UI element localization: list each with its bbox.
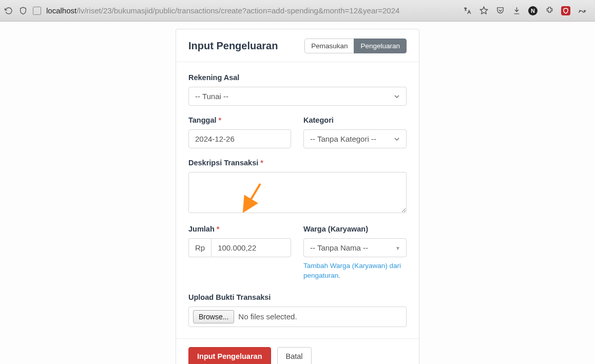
reload-icon[interactable] [4,6,13,15]
page-icon [33,7,41,15]
translate-icon[interactable] [463,6,472,15]
amount-input[interactable] [211,238,291,257]
svg-point-2 [584,10,585,11]
partner-help-link[interactable]: Tambah Warga (Karyawan) dari pengaturan. [303,261,407,281]
pocket-icon[interactable] [495,6,505,15]
star-icon[interactable] [479,6,488,15]
card-footer: Input Pengeluaran Batal [176,338,419,364]
amount-label: Jumlah * [188,225,291,233]
description-textarea[interactable] [188,172,407,213]
card-body: Rekening Asal -- Tunai -- Tanggal * Kate… [176,62,419,338]
extension-n-icon[interactable]: N [528,6,538,15]
download-icon[interactable] [512,6,521,15]
file-status-text: No files selected. [238,312,297,321]
description-label: Deskripsi Transaksi * [188,159,407,167]
cancel-button[interactable]: Batal [277,347,312,364]
file-input-wrapper[interactable]: Browse... No files selected. [188,306,407,327]
partner-combobox[interactable]: -- Tanpa Nama -- ▼ [303,238,407,257]
url-path: /lv/riset/23/bukumasjid/public/transacti… [76,6,399,15]
caret-down-icon: ▼ [395,245,400,251]
card-title: Input Pengeluaran [188,40,278,52]
extensions-icon[interactable] [545,6,554,15]
transaction-form-card: Input Pengeluaran Pemasukan Pengeluaran … [176,29,419,364]
account-select[interactable]: -- Tunai -- [188,87,407,106]
tab-spending[interactable]: Pengeluaran [354,39,407,53]
date-input[interactable] [188,129,291,148]
type-toggle-group: Pemasukan Pengeluaran [304,39,407,53]
theme-icon[interactable] [578,6,587,15]
shield-icon[interactable] [18,6,28,15]
upload-label: Upload Bukti Transaksi [188,293,407,301]
ublock-icon[interactable] [561,6,570,15]
submit-button[interactable]: Input Pengeluaran [188,347,271,364]
category-select[interactable]: -- Tanpa Kategori -- [303,129,407,148]
category-label: Kategori [303,116,407,124]
account-label: Rekening Asal [188,73,407,82]
tab-income[interactable]: Pemasukan [304,39,354,53]
page-content: Input Pengeluaran Pemasukan Pengeluaran … [0,22,595,364]
browser-toolbar: localhost/lv/riset/23/bukumasjid/public/… [0,0,595,22]
card-header: Input Pengeluaran Pemasukan Pengeluaran [176,29,419,62]
date-label: Tanggal * [188,116,291,124]
partner-label: Warga (Karyawan) [303,225,407,233]
url-host: localhost [46,6,76,15]
toolbar-icons: N [463,6,591,15]
svg-point-1 [580,10,581,11]
amount-prefix: Rp [188,238,211,257]
amount-input-group: Rp [188,238,291,257]
address-bar[interactable]: localhost/lv/riset/23/bukumasjid/public/… [46,6,457,15]
browse-button[interactable]: Browse... [193,310,234,323]
svg-marker-0 [480,7,487,13]
